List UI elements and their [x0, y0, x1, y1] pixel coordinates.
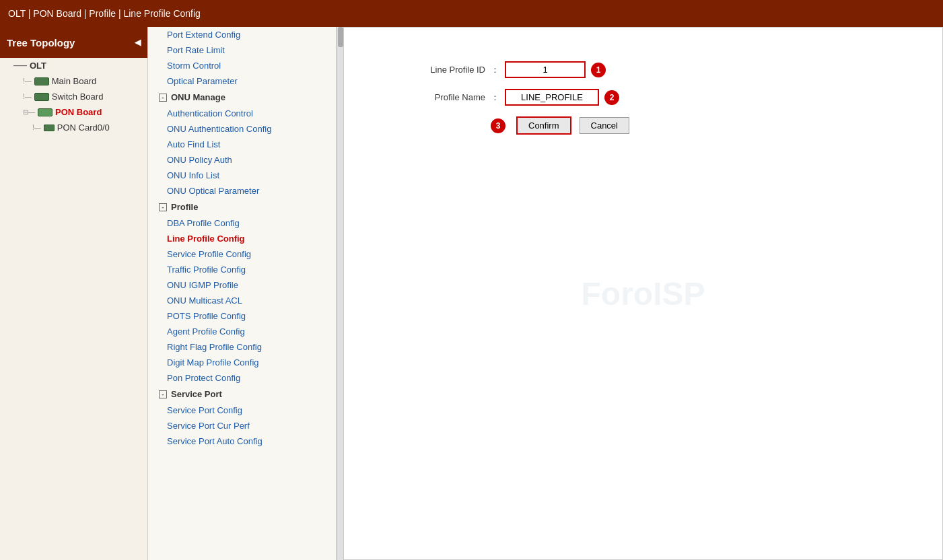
- nav-onu-auth-config-label: ONU Authentication Config: [167, 124, 271, 134]
- profile-label: Profile: [171, 202, 198, 212]
- nav-port-extend-config[interactable]: Port Extend Config: [148, 27, 336, 42]
- tree-connector-2: !—: [23, 93, 32, 100]
- nav-dba-profile-config-label: DBA Profile Config: [167, 218, 240, 228]
- tree-olt[interactable]: —— OLT: [0, 58, 147, 73]
- sidebar-collapse-arrow[interactable]: ◀: [135, 38, 141, 47]
- profile-name-input[interactable]: [505, 89, 599, 106]
- nav-onu-multicast-acl-label: ONU Multicast ACL: [167, 295, 242, 306]
- pon-board-label: PON Board: [55, 107, 102, 117]
- app-header: OLT | PON Board | Profile | Line Profile…: [0, 0, 943, 27]
- nav-onu-auth-config[interactable]: ONU Authentication Config: [148, 121, 336, 137]
- nav-service-port-config-label: Service Port Config: [167, 405, 242, 415]
- middle-nav: Port Extend Config Port Rate Limit Storm…: [148, 27, 337, 560]
- colon-1: ：: [491, 64, 499, 76]
- onu-manage-toggle-icon[interactable]: -: [159, 94, 167, 102]
- nav-right-flag-profile-config[interactable]: Right Flag Profile Config: [148, 339, 336, 355]
- tree-connector-3: ⊟—: [23, 108, 35, 116]
- nav-onu-optical-param[interactable]: ONU Optical Parameter: [148, 183, 336, 199]
- watermark: ForoISP: [581, 275, 705, 312]
- tree-connector-4: !—: [32, 124, 41, 131]
- sidebar-title: Tree Topology ◀: [0, 27, 147, 58]
- middle-scrollbar[interactable]: [337, 27, 343, 560]
- nav-section-onu-manage: - ONU Manage: [148, 89, 336, 106]
- service-port-label: Service Port: [171, 389, 222, 399]
- service-port-toggle-icon[interactable]: -: [159, 390, 167, 398]
- badge-1: 1: [591, 63, 606, 77]
- nav-service-port-cur-perf[interactable]: Service Port Cur Perf: [148, 418, 336, 433]
- middle-scrollbar-thumb[interactable]: [338, 27, 343, 47]
- tree-dash-icon: ——: [13, 62, 27, 69]
- nav-service-profile-config[interactable]: Service Profile Config: [148, 246, 336, 262]
- switch-board-label: Switch Board: [52, 92, 104, 102]
- nav-onu-policy-auth-label: ONU Policy Auth: [167, 155, 232, 165]
- pon-card-icon: [44, 125, 55, 131]
- nav-digit-map-profile-config[interactable]: Digit Map Profile Config: [148, 355, 336, 370]
- nav-auth-control-label: Authentication Control: [167, 108, 253, 118]
- nav-pon-protect-config-label: Pon Protect Config: [167, 373, 240, 383]
- pon-board-icon: [38, 108, 53, 116]
- nav-dba-profile-config[interactable]: DBA Profile Config: [148, 215, 336, 231]
- colon-2: ：: [491, 92, 499, 104]
- nav-auto-find-list[interactable]: Auto Find List: [148, 137, 336, 152]
- badge-3: 3: [491, 118, 505, 133]
- nav-onu-igmp-profile-label: ONU IGMP Profile: [167, 280, 238, 290]
- nav-section-profile: - Profile: [148, 199, 336, 215]
- main-board-label: Main Board: [52, 76, 96, 86]
- nav-port-rate-limit-label: Port Rate Limit: [167, 45, 225, 55]
- nav-service-port-config[interactable]: Service Port Config: [148, 403, 336, 418]
- nav-onu-optical-param-label: ONU Optical Parameter: [167, 186, 259, 196]
- nav-port-extend-config-label: Port Extend Config: [167, 30, 240, 40]
- pon-card-label: PON Card0/0: [57, 123, 110, 133]
- olt-label: OLT: [30, 61, 46, 71]
- nav-pots-profile-config-label: POTS Profile Config: [167, 311, 246, 321]
- form-container: Line Profile ID ： 1 Profile Name ： 2 3 C…: [357, 41, 929, 166]
- nav-onu-policy-auth[interactable]: ONU Policy Auth: [148, 152, 336, 168]
- tree-switch-board[interactable]: !— Switch Board: [0, 89, 147, 104]
- tree-pon-card[interactable]: !— PON Card0/0: [0, 120, 147, 135]
- nav-auth-control[interactable]: Authentication Control: [148, 106, 336, 121]
- main-board-icon: [34, 77, 49, 85]
- profile-name-label: Profile Name: [384, 92, 485, 102]
- nav-right-flag-profile-config-label: Right Flag Profile Config: [167, 342, 262, 352]
- nav-onu-info-list-label: ONU Info List: [167, 170, 219, 180]
- nav-agent-profile-config-label: Agent Profile Config: [167, 326, 245, 337]
- switch-board-icon: [34, 93, 49, 101]
- sidebar: Tree Topology ◀ —— OLT !— Main Board !— …: [0, 27, 148, 560]
- main-content: ForoISP Line Profile ID ： 1 Profile Name…: [343, 27, 943, 560]
- nav-pon-protect-config[interactable]: Pon Protect Config: [148, 370, 336, 386]
- confirm-button[interactable]: Confirm: [516, 116, 571, 135]
- profile-toggle-icon[interactable]: -: [159, 203, 167, 211]
- nav-service-port-cur-perf-label: Service Port Cur Perf: [167, 421, 250, 431]
- nav-service-port-auto-config[interactable]: Service Port Auto Config: [148, 433, 336, 449]
- line-profile-id-label: Line Profile ID: [384, 65, 485, 75]
- nav-service-port-auto-config-label: Service Port Auto Config: [167, 436, 263, 446]
- tree-connector-1: !—: [23, 77, 32, 85]
- nav-pots-profile-config[interactable]: POTS Profile Config: [148, 308, 336, 324]
- breadcrumb: OLT | PON Board | Profile | Line Profile…: [8, 8, 201, 19]
- nav-traffic-profile-config[interactable]: Traffic Profile Config: [148, 262, 336, 277]
- tree-main-board[interactable]: !— Main Board: [0, 73, 147, 89]
- nav-digit-map-profile-config-label: Digit Map Profile Config: [167, 357, 259, 368]
- nav-optical-parameter[interactable]: Optical Parameter: [148, 73, 336, 89]
- nav-storm-control[interactable]: Storm Control: [148, 58, 336, 73]
- line-profile-id-input[interactable]: [505, 61, 586, 78]
- nav-onu-info-list[interactable]: ONU Info List: [148, 168, 336, 183]
- line-profile-id-row: Line Profile ID ： 1: [384, 61, 902, 78]
- tree-pon-board[interactable]: ⊟— PON Board: [0, 104, 147, 120]
- nav-agent-profile-config[interactable]: Agent Profile Config: [148, 324, 336, 339]
- nav-optical-parameter-label: Optical Parameter: [167, 76, 238, 86]
- watermark-text: ForoISP: [581, 276, 705, 312]
- nav-auto-find-list-label: Auto Find List: [167, 139, 221, 149]
- nav-line-profile-config[interactable]: Line Profile Config: [148, 231, 336, 246]
- badge-2: 2: [604, 90, 619, 105]
- nav-service-profile-config-label: Service Profile Config: [167, 249, 251, 259]
- nav-line-profile-config-label: Line Profile Config: [167, 234, 245, 244]
- onu-manage-label: ONU Manage: [171, 92, 225, 102]
- nav-traffic-profile-config-label: Traffic Profile Config: [167, 265, 246, 275]
- nav-section-service-port: - Service Port: [148, 386, 336, 403]
- nav-onu-multicast-acl[interactable]: ONU Multicast ACL: [148, 293, 336, 308]
- nav-onu-igmp-profile[interactable]: ONU IGMP Profile: [148, 277, 336, 293]
- cancel-button[interactable]: Cancel: [580, 117, 629, 134]
- sidebar-title-text: Tree Topology: [7, 37, 75, 48]
- nav-port-rate-limit[interactable]: Port Rate Limit: [148, 42, 336, 58]
